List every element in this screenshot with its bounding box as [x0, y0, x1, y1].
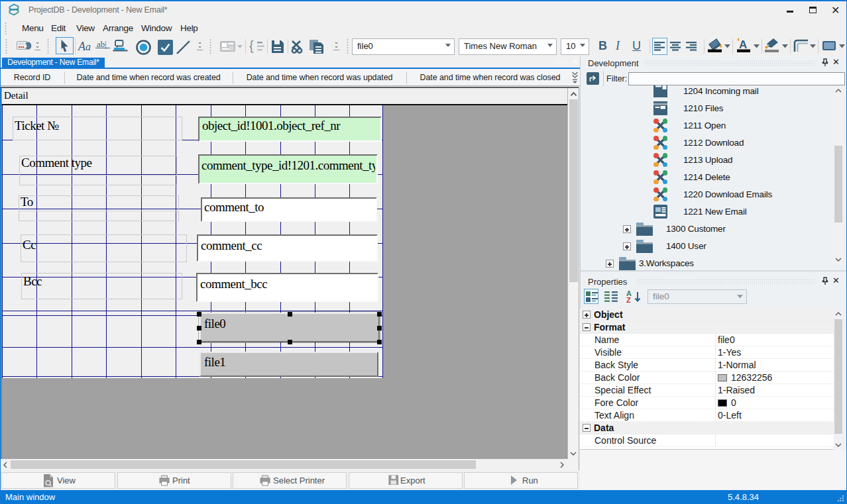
svg-text:A: A: [739, 38, 747, 51]
svg-text:{: {: [249, 38, 254, 53]
